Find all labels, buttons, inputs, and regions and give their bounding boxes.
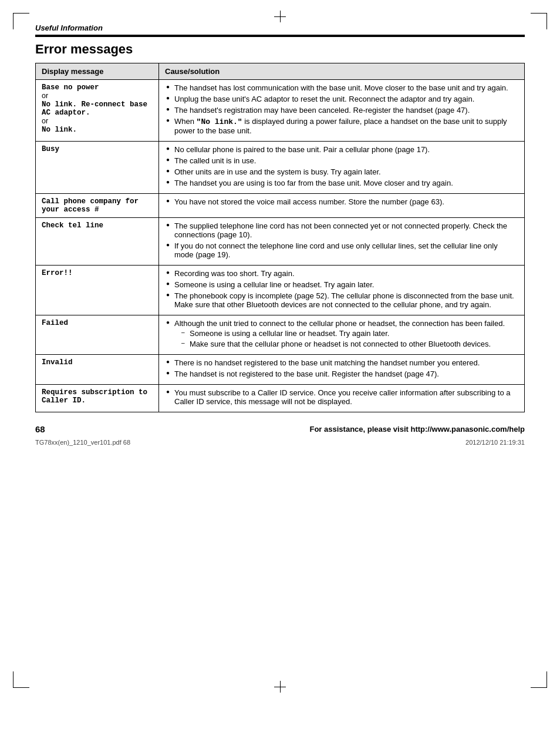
table-row: Check tel line The supplied telephone li…	[36, 218, 525, 266]
corner-mark-tl	[13, 13, 29, 29]
footer-meta-right: 2012/12/10 21:19:31	[465, 439, 525, 446]
corner-mark-br	[531, 671, 547, 688]
page-heading: Error messages	[35, 42, 525, 57]
display-msg-base-no-power: Base no power or No link. Re-connect bas…	[36, 80, 159, 142]
cross-mark-top	[274, 11, 286, 22]
solution-failed: Although the unit tried to connect to th…	[159, 315, 525, 355]
display-msg-busy: Busy	[36, 142, 159, 194]
page-number: 68	[35, 424, 45, 434]
table-row: Base no power or No link. Re-connect bas…	[36, 80, 525, 142]
table-row: Invalid There is no handset registered t…	[36, 355, 525, 385]
display-msg-failed: Failed	[36, 315, 159, 355]
table-row: Error!! Recording was too short. Try aga…	[36, 266, 525, 315]
solution-check-tel-line: The supplied telephone line cord has not…	[159, 218, 525, 266]
page-footer: 68 For assistance, please visit http://w…	[35, 422, 525, 434]
footer-meta: TG78xx(en)_1210_ver101.pdf 68 2012/12/10…	[35, 439, 525, 446]
display-msg-invalid: Invalid	[36, 355, 159, 385]
col-header-display: Display message	[36, 63, 159, 80]
display-msg-call-phone-company: Call phone company foryour access #	[36, 194, 159, 218]
solution-error: Recording was too short. Try again. Some…	[159, 266, 525, 315]
col-header-cause: Cause/solution	[159, 63, 525, 80]
solution-base-no-power: The handset has lost communication with …	[159, 80, 525, 142]
error-table: Display message Cause/solution Base no p…	[35, 63, 525, 412]
section-rule	[35, 35, 525, 37]
table-row: Call phone company foryour access # You …	[36, 194, 525, 218]
table-row: Failed Although the unit tried to connec…	[36, 315, 525, 355]
corner-mark-bl	[13, 671, 29, 688]
solution-invalid: There is no handset registered to the ba…	[159, 355, 525, 385]
display-msg-error: Error!!	[36, 266, 159, 315]
page-container: Useful Information Error messages Displa…	[0, 0, 560, 729]
solution-call-phone-company: You have not stored the voice mail acces…	[159, 194, 525, 218]
table-row: Requires subscription toCaller ID. You m…	[36, 385, 525, 412]
footer-assistance-text: For assistance, please visit http://www.…	[309, 425, 525, 434]
display-msg-check-tel-line: Check tel line	[36, 218, 159, 266]
corner-mark-tr	[531, 13, 547, 29]
solution-requires-subscription: You must subscribe to a Caller ID servic…	[159, 385, 525, 412]
table-row: Busy No cellular phone is paired to the …	[36, 142, 525, 194]
section-title: Useful Information	[35, 23, 525, 32]
cross-mark-bottom	[274, 681, 286, 693]
display-msg-requires-subscription: Requires subscription toCaller ID.	[36, 385, 159, 412]
footer-meta-left: TG78xx(en)_1210_ver101.pdf 68	[35, 439, 130, 446]
solution-busy: No cellular phone is paired to the base …	[159, 142, 525, 194]
